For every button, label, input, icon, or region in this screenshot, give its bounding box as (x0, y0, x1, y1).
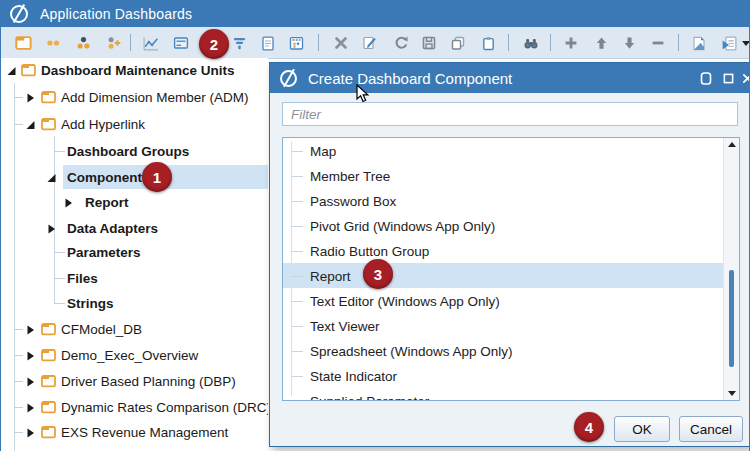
binoculars-icon[interactable] (521, 33, 541, 53)
arrow-down-icon[interactable] (619, 33, 639, 53)
window-title: Application Dashboards (40, 6, 192, 22)
expander-collapsed-icon[interactable] (25, 324, 36, 335)
toolbar-separator (130, 34, 131, 51)
tree-dash (14, 329, 23, 330)
mouse-cursor (356, 84, 370, 108)
list-dash (291, 226, 303, 227)
tree-dash (14, 97, 23, 98)
cancel-button[interactable]: Cancel (679, 416, 743, 442)
folder-icon (21, 64, 36, 77)
list-scrollbar[interactable] (723, 138, 739, 400)
three-dots-icon[interactable] (73, 33, 93, 53)
scroll-down-icon[interactable] (728, 391, 736, 396)
minus-icon[interactable] (648, 33, 668, 53)
toolbar-separator (550, 34, 551, 51)
tree-dash (14, 432, 23, 433)
expander-expanded-icon[interactable] (25, 119, 36, 130)
tree-item-strings[interactable]: Strings (1, 290, 268, 316)
expander-collapsed-icon[interactable] (25, 92, 36, 103)
dropdown-caret-icon[interactable] (742, 41, 750, 46)
line-chart-icon[interactable] (141, 33, 161, 53)
callout-badge-1: 1 (142, 162, 172, 192)
copy-icon[interactable] (448, 33, 468, 53)
expander-collapsed-icon[interactable] (25, 350, 36, 361)
list-item-supplied-parameter[interactable]: Supplied Parameter (283, 388, 739, 401)
list-item-map[interactable]: Map (283, 138, 739, 163)
folder-icon (41, 91, 56, 104)
expander-collapsed-icon[interactable] (25, 427, 36, 438)
arrow-up-icon[interactable] (591, 33, 611, 53)
list-item-text-editor[interactable]: Text Editor (Windows App Only) (283, 288, 739, 313)
scroll-up-icon[interactable] (728, 142, 736, 147)
tree-item-dashboard-groups[interactable]: Dashboard Groups (1, 138, 268, 164)
filter-input[interactable] (282, 102, 738, 126)
list-item-member-tree[interactable]: Member Tree (283, 163, 739, 188)
save-icon[interactable] (419, 33, 439, 53)
tree-item-dynamic-rates-comparison[interactable]: Dynamic Rates Comparison (DRC) (1, 394, 268, 420)
plus-icon[interactable] (561, 33, 581, 53)
tree-item-partial[interactable] (1, 445, 268, 451)
list-dash (291, 201, 303, 202)
list-dash (291, 176, 303, 177)
delete-x-icon[interactable] (331, 33, 351, 53)
toolbar-separator (508, 34, 509, 51)
list-dash (291, 351, 303, 352)
folder-icon (41, 118, 56, 131)
tree-item-add-dimension-member[interactable]: Add Dimension Member (ADM) (1, 84, 268, 110)
tree-item-data-adapters[interactable]: Data Adapters (1, 215, 268, 241)
edit-document-icon[interactable] (359, 33, 379, 53)
title-bar: Application Dashboards (1, 0, 750, 27)
tree-item-parameters[interactable]: Parameters (1, 239, 268, 265)
expander-collapsed-icon[interactable] (25, 376, 36, 387)
add-dots-icon[interactable] (103, 33, 123, 53)
refresh-icon[interactable] (391, 33, 411, 53)
ok-button[interactable]: OK (614, 416, 670, 442)
pin-icon[interactable] (698, 70, 714, 86)
maximize-icon[interactable] (720, 70, 736, 86)
expander-expanded-icon[interactable] (6, 65, 17, 76)
tree-item-demo-exec-overview[interactable]: Demo_Exec_Overview (1, 342, 268, 368)
list-item-spreadsheet[interactable]: Spreadsheet (Windows App Only) (283, 338, 739, 363)
list-item-radio-button-group[interactable]: Radio Button Group (283, 238, 739, 263)
dialog-title-bar[interactable]: Create Dashboard Component (270, 63, 749, 93)
document-icon[interactable] (258, 33, 278, 53)
tree-item-files[interactable]: Files (1, 265, 268, 291)
tree-item-components[interactable]: Components (1, 164, 268, 190)
dialog-title: Create Dashboard Component (308, 70, 512, 87)
list-dash (291, 376, 303, 377)
calendar-icon[interactable] (286, 33, 306, 53)
callout-badge-2: 2 (199, 29, 229, 59)
import-page-icon[interactable] (719, 33, 739, 53)
close-icon[interactable] (739, 70, 750, 86)
component-list: Map Member Tree Password Box Pivot Grid … (282, 137, 740, 401)
tree-dash (54, 252, 65, 253)
list-item-text-viewer[interactable]: Text Viewer (283, 313, 739, 338)
tree-item-dashboard-maintenance-units[interactable]: Dashboard Maintenance Units (1, 58, 268, 83)
tree-item-driver-based-planning[interactable]: Driver Based Planning (DBP) (1, 368, 268, 394)
window-icon[interactable] (13, 33, 33, 53)
expander-collapsed-icon[interactable] (25, 402, 36, 413)
list-item-password-box[interactable]: Password Box (283, 188, 739, 213)
onestream-logo-icon (10, 5, 28, 23)
dashboard-panel-icon[interactable] (171, 33, 191, 53)
two-dots-icon[interactable] (43, 33, 63, 53)
tree-dash (14, 124, 23, 125)
clipboard-icon[interactable] (478, 33, 498, 53)
page-curl-icon[interactable] (689, 33, 709, 53)
list-item-report[interactable]: Report (283, 263, 739, 288)
tree-dash (54, 278, 65, 279)
expander-collapsed-icon[interactable] (63, 197, 74, 208)
application-window: Application Dashboards (0, 0, 750, 451)
expander-expanded-icon[interactable] (46, 172, 57, 183)
list-item-state-indicator[interactable]: State Indicator (283, 363, 739, 388)
tree-item-add-hyperlink[interactable]: Add Hyperlink (1, 111, 268, 137)
scrollbar-thumb[interactable] (729, 270, 734, 367)
expander-collapsed-icon[interactable] (46, 223, 57, 234)
tree-item-report[interactable]: Report (1, 189, 268, 215)
filter-funnel-icon[interactable] (229, 33, 249, 53)
tree-item-cfmodel-db[interactable]: CFModel_DB (1, 316, 268, 342)
list-item-pivot-grid[interactable]: Pivot Grid (Windows App Only) (283, 213, 739, 238)
tree-item-exs-revenue-management[interactable]: EXS Revenue Management (1, 419, 268, 445)
tree-dash (54, 151, 65, 152)
list-dash (291, 276, 303, 277)
